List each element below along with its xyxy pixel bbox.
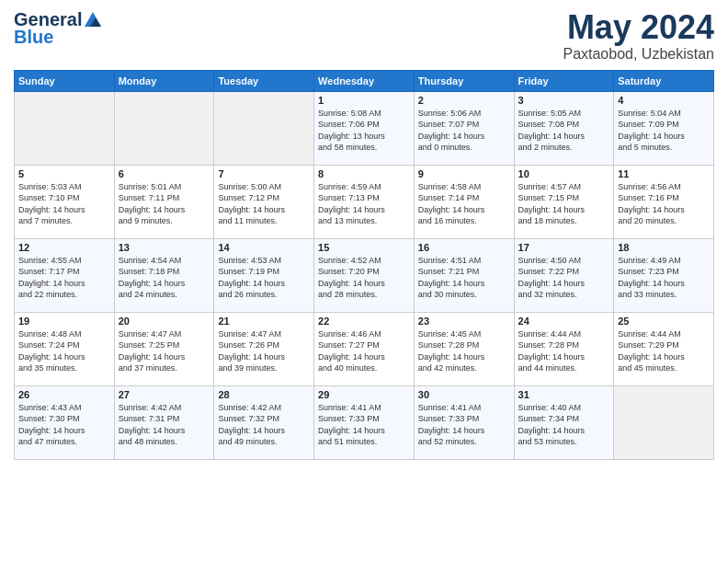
cell-line: Sunset: 7:33 PM	[318, 414, 380, 423]
cell-line: Daylight: 14 hours	[119, 279, 186, 288]
cell-line: Sunrise: 4:52 AM	[318, 256, 381, 265]
cell-line: Sunrise: 5:05 AM	[518, 109, 582, 118]
cell-content: Sunrise: 4:59 AMSunset: 7:13 PMDaylight:…	[318, 181, 410, 227]
month-title: May 2024	[563, 9, 714, 46]
cell-line: Sunrise: 5:04 AM	[618, 109, 681, 118]
cell-line: Sunset: 7:23 PM	[618, 267, 679, 276]
cell-line: Daylight: 14 hours	[518, 352, 586, 362]
day-number: 18	[618, 242, 710, 253]
cell-content: Sunrise: 4:55 AMSunset: 7:17 PMDaylight:…	[18, 255, 110, 301]
cell-line: Sunrise: 4:40 AM	[518, 403, 582, 412]
location-title: Paxtaobod, Uzbekistan	[563, 46, 714, 63]
cell-line: and 58 minutes.	[318, 143, 377, 152]
day-number: 13	[119, 242, 210, 253]
calendar-cell	[614, 385, 714, 459]
cell-line: Daylight: 14 hours	[518, 426, 586, 435]
cell-line: Daylight: 14 hours	[418, 205, 485, 214]
logo: General Blue	[14, 9, 103, 48]
cell-content: Sunrise: 4:57 AMSunset: 7:15 PMDaylight:…	[518, 181, 610, 227]
cell-line: Sunset: 7:14 PM	[418, 193, 480, 202]
cell-line: Sunrise: 4:57 AM	[518, 182, 582, 191]
day-number: 22	[318, 316, 410, 327]
cell-line: Sunset: 7:20 PM	[318, 267, 380, 276]
cell-line: and 13 minutes.	[318, 216, 377, 225]
cell-line: Daylight: 14 hours	[518, 279, 586, 288]
logo-icon	[83, 10, 103, 30]
cell-line: and 24 minutes.	[119, 290, 177, 299]
cell-content: Sunrise: 4:42 AMSunset: 7:32 PMDaylight:…	[218, 402, 310, 448]
header-sunday: Sunday	[15, 70, 115, 91]
calendar-cell	[214, 91, 314, 165]
cell-line: Daylight: 14 hours	[618, 279, 685, 288]
cell-line: Daylight: 14 hours	[18, 279, 85, 288]
cell-line: Daylight: 14 hours	[518, 205, 586, 214]
calendar-cell: 1Sunrise: 5:08 AMSunset: 7:06 PMDaylight…	[314, 91, 415, 165]
cell-line: Sunset: 7:16 PM	[618, 193, 679, 202]
logo-blue: Blue	[14, 27, 53, 48]
cell-line: Sunset: 7:25 PM	[119, 340, 180, 350]
cell-content: Sunrise: 4:40 AMSunset: 7:34 PMDaylight:…	[518, 402, 610, 448]
cell-line: Sunset: 7:06 PM	[318, 120, 380, 129]
cell-content: Sunrise: 4:56 AMSunset: 7:16 PMDaylight:…	[618, 181, 710, 227]
cell-line: Sunrise: 5:01 AM	[119, 182, 182, 191]
cell-line: and 52 minutes.	[418, 437, 477, 446]
header-saturday: Saturday	[614, 70, 714, 91]
cell-line: and 0 minutes.	[418, 143, 472, 152]
day-number: 4	[618, 95, 710, 106]
day-number: 24	[518, 316, 610, 327]
day-number: 25	[618, 316, 710, 327]
calendar-cell	[114, 91, 214, 165]
calendar-cell: 9Sunrise: 4:58 AMSunset: 7:14 PMDaylight…	[414, 165, 514, 238]
cell-line: Sunrise: 4:56 AM	[618, 182, 681, 191]
cell-line: Sunset: 7:07 PM	[418, 120, 480, 129]
cell-line: Sunset: 7:15 PM	[518, 193, 580, 202]
calendar-cell: 19Sunrise: 4:48 AMSunset: 7:24 PMDayligh…	[15, 312, 115, 385]
cell-line: and 16 minutes.	[418, 216, 477, 225]
cell-line: Sunrise: 4:51 AM	[418, 256, 482, 265]
day-number: 9	[418, 168, 510, 179]
cell-line: and 44 minutes.	[518, 363, 577, 373]
day-number: 6	[119, 168, 210, 179]
cell-content: Sunrise: 4:48 AMSunset: 7:24 PMDaylight:…	[18, 328, 110, 374]
week-row-4: 26Sunrise: 4:43 AMSunset: 7:30 PMDayligh…	[15, 385, 714, 459]
cell-line: and 28 minutes.	[318, 290, 377, 299]
cell-content: Sunrise: 5:01 AMSunset: 7:11 PMDaylight:…	[119, 181, 210, 227]
cell-content: Sunrise: 4:41 AMSunset: 7:33 PMDaylight:…	[318, 402, 410, 448]
cell-line: and 51 minutes.	[318, 437, 377, 446]
week-row-0: 1Sunrise: 5:08 AMSunset: 7:06 PMDaylight…	[15, 91, 714, 165]
calendar-body: 1Sunrise: 5:08 AMSunset: 7:06 PMDaylight…	[15, 91, 714, 459]
cell-content: Sunrise: 4:45 AMSunset: 7:28 PMDaylight:…	[418, 328, 510, 374]
cell-line: Daylight: 14 hours	[518, 132, 586, 141]
cell-line: Sunrise: 4:55 AM	[18, 256, 82, 265]
calendar-cell: 11Sunrise: 4:56 AMSunset: 7:16 PMDayligh…	[614, 165, 714, 238]
cell-line: Sunrise: 4:53 AM	[218, 256, 281, 265]
cell-line: and 22 minutes.	[18, 290, 77, 299]
day-number: 8	[318, 168, 410, 179]
cell-line: Sunrise: 4:42 AM	[218, 403, 281, 412]
cell-line: Sunrise: 5:08 AM	[318, 109, 381, 118]
cell-content: Sunrise: 4:50 AMSunset: 7:22 PMDaylight:…	[518, 255, 610, 301]
header-thursday: Thursday	[414, 70, 514, 91]
cell-content: Sunrise: 4:44 AMSunset: 7:28 PMDaylight:…	[518, 328, 610, 374]
cell-line: and 11 minutes.	[218, 216, 277, 225]
calendar-cell: 15Sunrise: 4:52 AMSunset: 7:20 PMDayligh…	[314, 238, 415, 312]
cell-line: Sunrise: 4:54 AM	[119, 256, 182, 265]
cell-line: Sunset: 7:27 PM	[318, 340, 380, 350]
calendar-cell	[15, 91, 115, 165]
cell-content: Sunrise: 4:42 AMSunset: 7:31 PMDaylight:…	[119, 402, 210, 448]
cell-line: Daylight: 14 hours	[318, 205, 385, 214]
calendar-header: Sunday Monday Tuesday Wednesday Thursday…	[15, 70, 714, 91]
cell-content: Sunrise: 5:08 AMSunset: 7:06 PMDaylight:…	[318, 108, 410, 154]
day-number: 2	[418, 95, 510, 106]
cell-line: Sunset: 7:19 PM	[218, 267, 279, 276]
cell-line: Sunset: 7:33 PM	[418, 414, 480, 423]
calendar-cell: 29Sunrise: 4:41 AMSunset: 7:33 PMDayligh…	[314, 385, 415, 459]
day-number: 15	[318, 242, 410, 253]
cell-line: Sunrise: 4:43 AM	[18, 403, 82, 412]
cell-line: and 30 minutes.	[418, 290, 477, 299]
cell-line: Daylight: 14 hours	[218, 352, 285, 362]
calendar-cell: 30Sunrise: 4:41 AMSunset: 7:33 PMDayligh…	[414, 385, 514, 459]
day-number: 30	[418, 389, 510, 400]
cell-line: and 26 minutes.	[218, 290, 277, 299]
cell-line: and 40 minutes.	[318, 363, 377, 373]
